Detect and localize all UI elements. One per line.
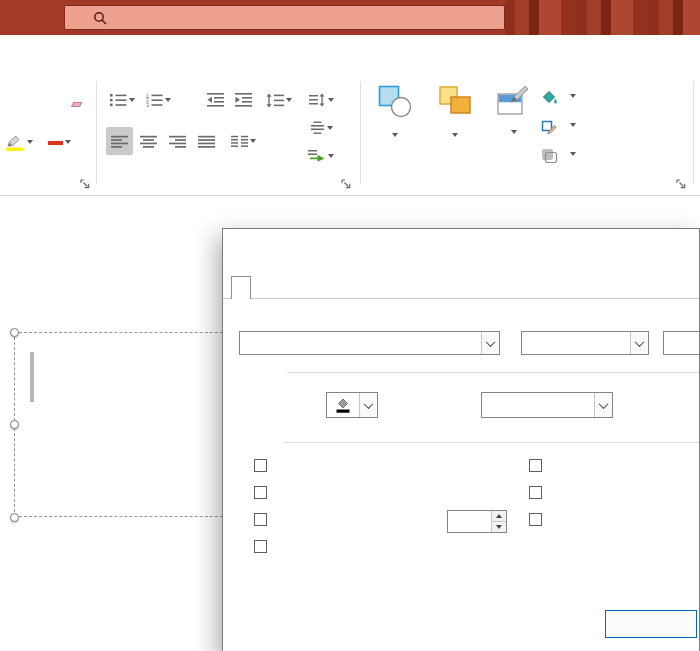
checkbox-box[interactable] — [254, 540, 267, 553]
quick-styles-button[interactable] — [486, 84, 538, 134]
shape-outline-button[interactable] — [540, 115, 576, 135]
tab-pane-border — [223, 298, 700, 299]
dropdown-caret-icon — [570, 94, 576, 98]
drawing-dialog-launcher[interactable] — [676, 179, 688, 191]
shape-fill-button[interactable] — [540, 86, 576, 106]
spin-up-icon — [496, 514, 502, 518]
titlebar-decoration-stripes — [505, 0, 700, 35]
align-text-icon — [310, 121, 325, 135]
checkbox-small-caps[interactable] — [529, 459, 550, 472]
bullets-button[interactable] — [106, 87, 138, 113]
checkbox-box[interactable] — [529, 513, 542, 526]
numbering-button[interactable]: 123 — [142, 87, 174, 113]
checkbox-box[interactable] — [254, 513, 267, 526]
columns-icon — [231, 135, 248, 148]
chevron-down-icon — [635, 337, 645, 347]
checkbox-box[interactable] — [529, 459, 542, 472]
offset-spinner[interactable] — [447, 510, 507, 533]
dropdown-caret-icon — [165, 98, 171, 102]
dropdown-caret-icon — [452, 133, 458, 137]
checkbox-box[interactable] — [529, 486, 542, 499]
align-center-button[interactable] — [135, 127, 162, 155]
arrange-button[interactable] — [426, 84, 484, 137]
combo-dropdown-button[interactable] — [630, 332, 648, 354]
size-input[interactable] — [663, 331, 700, 355]
checkbox-box[interactable] — [254, 486, 267, 499]
grow-font-button[interactable] — [2, 87, 30, 113]
spinner-buttons[interactable] — [491, 511, 506, 532]
chevron-down-icon — [486, 337, 496, 347]
section-divider — [283, 442, 699, 443]
align-left-button[interactable] — [106, 127, 133, 155]
dropdown-caret-icon — [250, 139, 256, 143]
eraser-icon — [70, 102, 81, 107]
ok-button[interactable] — [605, 610, 697, 638]
checkbox-all-caps[interactable] — [529, 486, 550, 499]
spin-down-button[interactable] — [492, 522, 506, 532]
line-spacing-icon — [266, 93, 284, 108]
align-right-button[interactable] — [164, 127, 191, 155]
font-dialog — [222, 228, 700, 651]
font-style-combobox[interactable] — [521, 331, 649, 355]
checkbox-subscript[interactable] — [254, 540, 275, 553]
slide-text-h2o[interactable] — [30, 336, 34, 400]
font-dialog-launcher[interactable] — [80, 179, 92, 191]
increase-indent-button[interactable] — [230, 87, 256, 113]
dialog-tab-font[interactable] — [231, 276, 251, 299]
combo-dropdown-button[interactable] — [359, 393, 377, 417]
smartart-icon — [308, 149, 326, 164]
search-box[interactable] — [64, 5, 505, 30]
justify-button[interactable] — [193, 127, 220, 155]
font-color-button[interactable] — [44, 127, 74, 157]
decrease-indent-button[interactable] — [202, 87, 228, 113]
ribbon-tab-bar — [0, 35, 700, 75]
svg-text:3: 3 — [146, 102, 149, 107]
shrink-font-button[interactable] — [32, 87, 60, 113]
size-value — [664, 332, 700, 354]
checkbox-equalize-character-height[interactable] — [529, 513, 550, 526]
highlighter-icon — [5, 133, 25, 151]
columns-button[interactable] — [226, 127, 260, 155]
dropdown-caret-icon — [129, 98, 135, 102]
ribbon: 123 — [0, 75, 700, 195]
dropdown-caret-icon — [328, 98, 334, 102]
offset-value — [448, 511, 491, 532]
search-icon — [93, 11, 107, 25]
shape-effects-button[interactable] — [540, 144, 576, 164]
shapes-button[interactable] — [368, 84, 422, 137]
group-separator — [693, 81, 694, 184]
dialog-tab-character-spacing[interactable] — [273, 276, 291, 284]
align-text-button[interactable] — [304, 116, 338, 140]
group-separator — [360, 81, 361, 184]
selection-handle-middle-left[interactable] — [10, 420, 19, 429]
align-left-icon — [111, 135, 128, 148]
checkbox-superscript[interactable] — [254, 513, 275, 526]
dropdown-caret-icon — [27, 140, 33, 144]
selection-handle-top-left[interactable] — [10, 328, 19, 337]
combo-dropdown-button[interactable] — [594, 393, 612, 417]
dropdown-caret-icon — [286, 98, 292, 102]
justify-icon — [198, 135, 215, 148]
text-highlight-color-button[interactable] — [2, 127, 36, 157]
checkbox-strikethrough[interactable] — [254, 459, 275, 472]
underline-style-combobox[interactable] — [481, 392, 613, 418]
convert-to-smartart-button[interactable] — [304, 144, 338, 168]
dropdown-caret-icon — [65, 140, 71, 144]
selection-handle-bottom-left[interactable] — [10, 513, 19, 522]
checkbox-double-strikethrough[interactable] — [254, 486, 275, 499]
font-color-dropdown-button[interactable] — [326, 392, 378, 418]
font-color-bar — [48, 141, 63, 145]
line-spacing-button[interactable] — [262, 87, 296, 113]
checkbox-box[interactable] — [254, 459, 267, 472]
text-direction-button[interactable] — [304, 88, 338, 112]
section-divider — [287, 372, 699, 373]
paragraph-dialog-launcher[interactable] — [341, 179, 353, 191]
combo-dropdown-button[interactable] — [481, 332, 499, 354]
spin-up-button[interactable] — [492, 511, 506, 522]
dropdown-caret-icon — [570, 123, 576, 127]
clear-formatting-button[interactable] — [62, 87, 92, 113]
latin-font-combobox[interactable] — [239, 331, 500, 355]
arrange-icon — [437, 84, 473, 120]
dropdown-caret-icon — [392, 133, 398, 137]
text-subscript-2-selected[interactable] — [30, 352, 34, 402]
